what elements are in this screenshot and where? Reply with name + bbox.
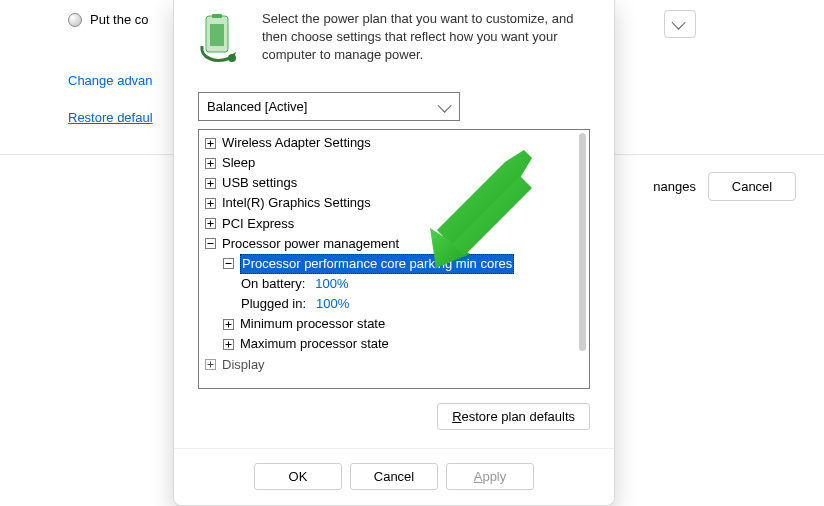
expand-icon[interactable] xyxy=(205,158,216,169)
bullet-icon xyxy=(68,13,82,27)
change-advanced-link[interactable]: Change advan xyxy=(68,73,153,88)
tree-pci[interactable]: PCI Express xyxy=(205,214,589,234)
tree-intel-gfx[interactable]: Intel(R) Graphics Settings xyxy=(205,193,589,213)
svg-rect-1 xyxy=(212,14,222,18)
tree-label: Processor power management xyxy=(222,234,399,254)
tree-label: Intel(R) Graphics Settings xyxy=(222,193,371,213)
bg-put-text: Put the co xyxy=(90,12,149,27)
tree-core-parking-min[interactable]: Processor performance core parking min c… xyxy=(205,254,589,274)
expand-icon[interactable] xyxy=(205,138,216,149)
tree-label: PCI Express xyxy=(222,214,294,234)
chevron-down-icon xyxy=(438,98,452,112)
tree-min-proc-state[interactable]: Minimum processor state xyxy=(205,314,589,334)
tree-usb[interactable]: USB settings xyxy=(205,173,589,193)
tree-max-proc-state[interactable]: Maximum processor state xyxy=(205,334,589,354)
expand-icon[interactable] xyxy=(223,339,234,350)
bg-dropdown[interactable] xyxy=(664,10,696,38)
expand-icon[interactable] xyxy=(205,178,216,189)
settings-tree[interactable]: Wireless Adapter Settings Sleep USB sett… xyxy=(199,130,589,388)
kv-label: On battery: xyxy=(241,274,305,294)
tree-sleep[interactable]: Sleep xyxy=(205,153,589,173)
tree-plugged-in[interactable]: Plugged in: 100% xyxy=(205,294,589,314)
restore-defaults-link[interactable]: Restore defaul xyxy=(68,110,153,125)
tree-label: Sleep xyxy=(222,153,255,173)
dialog-cancel-button[interactable]: Cancel xyxy=(350,463,438,490)
tree-label: Display xyxy=(222,355,265,375)
tree-label: USB settings xyxy=(222,173,297,193)
expand-icon[interactable] xyxy=(205,218,216,229)
collapse-icon[interactable] xyxy=(205,238,216,249)
expand-icon[interactable] xyxy=(205,198,216,209)
ok-button[interactable]: OK xyxy=(254,463,342,490)
dialog-button-row: OK Cancel Apply xyxy=(174,463,614,506)
dialog-separator xyxy=(174,448,614,449)
tree-label: Wireless Adapter Settings xyxy=(222,133,371,153)
tree-label-selected: Processor performance core parking min c… xyxy=(240,254,514,274)
svg-rect-2 xyxy=(210,24,224,46)
settings-tree-box: Wireless Adapter Settings Sleep USB sett… xyxy=(198,129,590,389)
tree-wireless[interactable]: Wireless Adapter Settings xyxy=(205,133,589,153)
tree-scrollbar[interactable] xyxy=(579,133,586,351)
chevron-down-icon xyxy=(672,16,686,30)
bg-cancel-button[interactable]: Cancel xyxy=(708,172,796,201)
expand-icon[interactable] xyxy=(205,359,216,370)
plan-select-dropdown[interactable]: Balanced [Active] xyxy=(198,92,460,121)
tree-label: Maximum processor state xyxy=(240,334,389,354)
expand-icon[interactable] xyxy=(223,319,234,330)
restore-plan-defaults-button[interactable]: Restore plan defaults xyxy=(437,403,590,430)
dialog-intro-text: Select the power plan that you want to c… xyxy=(262,10,590,66)
collapse-icon[interactable] xyxy=(223,258,234,269)
power-plan-icon xyxy=(198,14,244,66)
bg-changes-fragment: nanges xyxy=(653,179,698,194)
bg-button-row: nanges Cancel xyxy=(653,172,796,201)
kv-value[interactable]: 100% xyxy=(316,294,349,314)
kv-value[interactable]: 100% xyxy=(315,274,348,294)
tree-display[interactable]: Display xyxy=(205,355,589,375)
tree-on-battery[interactable]: On battery: 100% xyxy=(205,274,589,294)
apply-button[interactable]: Apply xyxy=(446,463,534,490)
tree-processor-power[interactable]: Processor power management xyxy=(205,234,589,254)
plan-select-label: Balanced [Active] xyxy=(207,99,307,114)
tree-label: Minimum processor state xyxy=(240,314,385,334)
kv-label: Plugged in: xyxy=(241,294,306,314)
dialog-intro: Select the power plan that you want to c… xyxy=(198,10,590,66)
power-options-dialog: Select the power plan that you want to c… xyxy=(173,0,615,506)
